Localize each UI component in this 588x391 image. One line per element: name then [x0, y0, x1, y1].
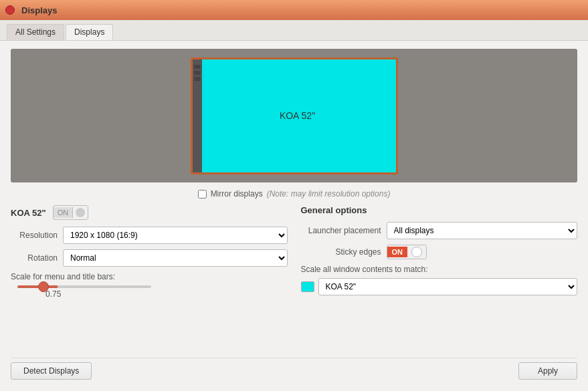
- tabbar: All Settings Displays: [0, 20, 588, 41]
- detect-displays-button[interactable]: Detect Displays: [11, 362, 92, 380]
- sticky-edges-label: Sticky edges: [301, 247, 381, 257]
- scale-all-label: Scale all window contents to match:: [301, 265, 578, 274]
- launcher-select[interactable]: All displays Primary display only: [387, 222, 578, 239]
- mirror-checkbox[interactable]: [198, 190, 207, 199]
- mirror-row: Mirror displays (Note: may limit resolut…: [11, 189, 577, 199]
- rotation-select[interactable]: Normal 90° 180° 270°: [63, 249, 288, 267]
- launcher-label: Launcher placement: [301, 226, 381, 235]
- scale-label: Scale for menu and title bars:: [11, 272, 288, 281]
- controls-area: KOA 52" ON Resolution 1920 x 1080 (16:9)…: [11, 205, 577, 351]
- scale-all-select[interactable]: KOA 52": [318, 278, 578, 295]
- resolution-row: Resolution 1920 x 1080 (16:9) 1280 x 720…: [11, 227, 288, 244]
- rotation-row: Rotation Normal 90° 180° 270°: [11, 249, 288, 267]
- apply-button[interactable]: Apply: [518, 362, 577, 380]
- sticky-toggle[interactable]: ON: [387, 245, 427, 259]
- slider-container: 0.75: [11, 285, 288, 299]
- close-button[interactable]: [5, 5, 15, 15]
- rotation-label: Rotation: [11, 253, 58, 263]
- scale-slider[interactable]: [17, 285, 151, 288]
- monitor-bezel: [193, 59, 202, 172]
- launcher-row: Launcher placement All displays Primary …: [301, 222, 578, 239]
- mirror-label: Mirror displays: [211, 189, 263, 199]
- window-title: Displays: [21, 5, 57, 15]
- mirror-note: (Note: may limit resolution options): [267, 189, 391, 199]
- toggle-dot: [76, 208, 85, 217]
- resolution-select[interactable]: 1920 x 1080 (16:9) 1280 x 720 (16:9) 102…: [63, 227, 288, 244]
- resolution-label: Resolution: [11, 231, 58, 240]
- monitor-preview-label: KOA 52": [280, 110, 315, 121]
- sticky-on-label: ON: [387, 247, 408, 257]
- main-content: KOA 52" Mirror displays (Note: may limit…: [0, 41, 588, 388]
- monitor-preview: KOA 52": [191, 57, 398, 174]
- toggle-thumb: [73, 205, 88, 220]
- sticky-edges-row: Sticky edges ON: [301, 245, 578, 259]
- left-controls: KOA 52" ON Resolution 1920 x 1080 (16:9)…: [11, 205, 288, 351]
- scale-select-row: KOA 52": [301, 278, 578, 295]
- sticky-dot: [411, 247, 422, 257]
- right-controls: General options Launcher placement All d…: [301, 205, 578, 351]
- tab-all-settings[interactable]: All Settings: [7, 24, 64, 40]
- monitor-name: KOA 52": [11, 208, 46, 218]
- bezel-button: [194, 65, 201, 69]
- sticky-thumb: [407, 245, 426, 259]
- monitor-name-row: KOA 52" ON: [11, 205, 288, 220]
- scale-value: 0.75: [45, 289, 61, 299]
- bezel-button: [194, 77, 201, 81]
- display-preview: KOA 52": [11, 49, 577, 182]
- toggle-on-label: ON: [54, 207, 74, 218]
- bezel-button: [194, 71, 201, 75]
- general-options-title: General options: [301, 205, 578, 215]
- monitor-toggle[interactable]: ON: [53, 205, 89, 220]
- titlebar: Displays: [0, 0, 588, 20]
- color-swatch: [301, 281, 314, 292]
- bottom-bar: Detect Displays Apply: [11, 358, 577, 380]
- tab-displays[interactable]: Displays: [66, 24, 113, 40]
